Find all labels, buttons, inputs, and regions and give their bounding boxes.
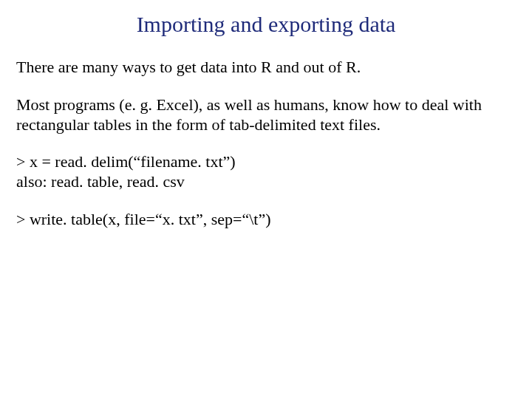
detail-paragraph: Most programs (e. g. Excel), as well as … (16, 95, 516, 135)
slide-title: Importing and exporting data (16, 12, 516, 37)
code-also: also: read. table, read. csv (16, 172, 516, 192)
intro-paragraph: There are many ways to get data into R a… (16, 58, 516, 78)
slide-body: There are many ways to get data into R a… (16, 58, 516, 230)
code-read-delim: > x = read. delim(“filename. txt”) (16, 152, 516, 172)
slide: Importing and exporting data There are m… (0, 0, 532, 399)
code-write-table: > write. table(x, file=“x. txt”, sep=“\t… (16, 210, 516, 230)
